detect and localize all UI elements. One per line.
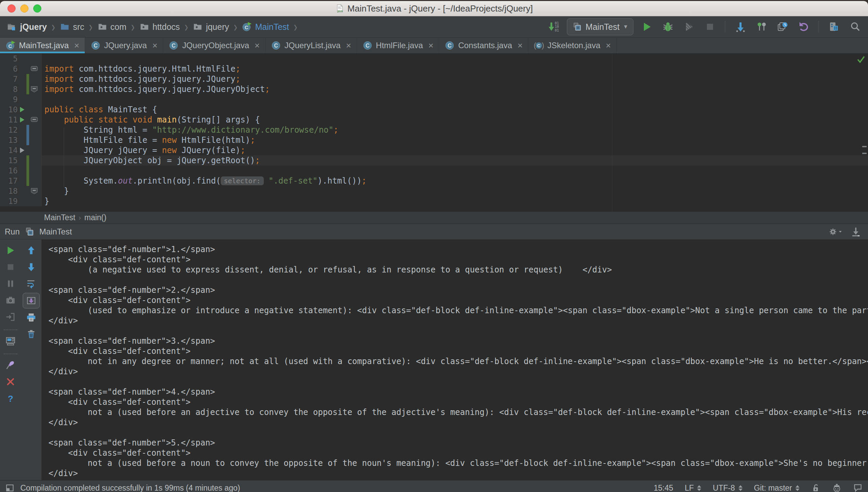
editor-gutter[interactable]: 12 xyxy=(0,125,42,135)
project-structure-button[interactable] xyxy=(827,20,842,34)
editor-gutter[interactable]: 13 xyxy=(0,135,42,145)
code-line-6[interactable]: 6import com.httdocs.jquery.Html.HtmlFile… xyxy=(0,64,868,74)
tab-maintest[interactable]: CMainTest.java× xyxy=(0,38,85,53)
fold-marker-icon[interactable] xyxy=(31,66,38,72)
run-line-marker-icon[interactable] xyxy=(19,116,25,123)
scroll-to-end-toggle[interactable] xyxy=(23,293,40,308)
breadcrumb-class[interactable]: MainTest xyxy=(44,213,75,222)
debug-button[interactable] xyxy=(660,20,675,34)
settings-gear-icon[interactable] xyxy=(829,225,844,239)
next-occurrence-button[interactable] xyxy=(23,260,39,275)
vcs-update-button[interactable] xyxy=(733,20,748,34)
close-tab-icon[interactable]: × xyxy=(255,41,260,50)
editor-gutter[interactable]: 9 xyxy=(0,94,42,105)
stop-button[interactable] xyxy=(703,20,717,34)
hide-panel-icon[interactable] xyxy=(848,225,863,239)
fold-marker-icon[interactable] xyxy=(31,188,38,194)
run-console-output[interactable]: <span class="def-number">1.</span> <div … xyxy=(42,240,868,480)
tab-constants[interactable]: CConstants.java× xyxy=(439,38,528,53)
close-tab-icon[interactable]: × xyxy=(152,41,157,50)
toolwindow-toggle-icon[interactable] xyxy=(5,484,14,492)
editor-gutter[interactable]: 5 xyxy=(0,54,42,64)
breadcrumb-method[interactable]: main() xyxy=(84,213,106,222)
clear-all-button[interactable] xyxy=(23,327,39,342)
code-line-8[interactable]: 8import com.httdocs.jquery.jquery.JQuery… xyxy=(0,84,868,94)
event-log-bubble-icon[interactable] xyxy=(853,483,863,492)
editor-gutter[interactable]: 17 xyxy=(0,176,42,186)
vcs-branch-widget[interactable]: Git: master xyxy=(754,484,800,492)
help-button[interactable]: ? xyxy=(2,391,19,406)
editor-gutter[interactable]: 19 xyxy=(0,196,42,206)
zoom-window-button[interactable] xyxy=(33,4,41,13)
tab-jquery[interactable]: CJQuery.java× xyxy=(85,38,163,53)
code-line-17[interactable]: 17 System.out.println(obj.find(selector:… xyxy=(0,176,868,186)
code-line-7[interactable]: 7import com.httdocs.jquery.jquery.JQuery… xyxy=(0,74,868,84)
hector-inspections-icon[interactable] xyxy=(832,483,842,492)
close-tab-icon[interactable]: × xyxy=(346,41,351,50)
thread-dump-button[interactable] xyxy=(2,293,19,308)
nav-breadcrumb-httdocs[interactable]: httdocs xyxy=(138,22,181,32)
rerun-button[interactable] xyxy=(2,243,19,258)
code-line-16[interactable]: 16 xyxy=(0,166,868,176)
tab-jqueryobject[interactable]: CJQueryObject.java× xyxy=(163,38,265,53)
editor-gutter[interactable]: 15 xyxy=(0,155,42,166)
code-line-14[interactable]: 14 JQuery jQuery = new JQuery(file); xyxy=(0,145,868,155)
tab-jskeleton[interactable]: (C)JSkeleton.java× xyxy=(528,38,616,53)
run-configuration-selector[interactable]: MainTest▼ xyxy=(567,18,633,35)
run-with-coverage-button[interactable] xyxy=(682,20,696,34)
code-line-9[interactable]: 9 xyxy=(0,94,868,105)
editor-gutter[interactable]: 8 xyxy=(0,84,42,94)
vcs-commit-button[interactable] xyxy=(754,20,769,34)
nav-breadcrumb-maintest[interactable]: CMainTest xyxy=(240,22,290,32)
fold-marker-icon[interactable] xyxy=(31,86,38,93)
rollback-button[interactable] xyxy=(796,20,811,34)
error-stripe-mark[interactable] xyxy=(862,146,867,147)
close-tab-icon[interactable]: × xyxy=(428,41,433,50)
run-button[interactable] xyxy=(639,20,654,34)
editor-gutter[interactable]: 16 xyxy=(0,166,42,176)
vcs-changes-button[interactable] xyxy=(775,20,790,34)
editor-gutter[interactable]: 6 xyxy=(0,64,42,74)
error-stripe-mark[interactable] xyxy=(862,153,867,154)
fold-marker-icon[interactable] xyxy=(31,117,38,123)
code-line-10[interactable]: 10public class MainTest { xyxy=(0,105,868,115)
vcs-incoming[interactable]: 011001 xyxy=(546,20,561,34)
exit-button[interactable] xyxy=(2,309,19,324)
code-line-5[interactable]: 5 xyxy=(0,54,868,64)
pause-output-button[interactable] xyxy=(2,276,19,291)
code-line-13[interactable]: 13 HtmlFile file = new HtmlFile(html); xyxy=(0,135,868,145)
code-editor[interactable]: 56import com.httdocs.jquery.Html.HtmlFil… xyxy=(0,54,868,211)
lock-icon[interactable] xyxy=(811,483,821,492)
encoding-widget[interactable]: UTF-8 xyxy=(713,484,742,492)
minimize-window-button[interactable] xyxy=(20,4,28,13)
nav-breadcrumb-src[interactable]: src xyxy=(58,22,85,32)
code-line-19[interactable]: 19} xyxy=(0,196,868,206)
print-button[interactable] xyxy=(23,310,39,325)
nav-breadcrumb-jquery[interactable]: jQuery xyxy=(5,22,48,32)
close-window-button[interactable] xyxy=(7,4,16,13)
soft-wrap-toggle[interactable] xyxy=(23,276,39,291)
pin-tab-button[interactable] xyxy=(2,358,19,373)
close-tab-icon[interactable]: × xyxy=(517,41,522,50)
prev-occurrence-button[interactable] xyxy=(23,243,39,258)
show-console-button[interactable] xyxy=(2,334,19,348)
code-line-15[interactable]: 15 JQueryObject obj = jQuery.getRoot(); xyxy=(0,155,868,166)
run-line-marker-icon[interactable] xyxy=(19,147,25,154)
line-ending-widget[interactable]: LF xyxy=(685,484,702,492)
editor-gutter[interactable]: 14 xyxy=(0,145,42,155)
inspections-ok-icon[interactable] xyxy=(856,55,865,64)
close-panel-button[interactable] xyxy=(2,374,19,389)
editor-gutter[interactable]: 10 xyxy=(0,105,42,115)
tab-jquerylist[interactable]: CJQueryList.java× xyxy=(265,38,357,53)
stop-button[interactable] xyxy=(2,260,19,275)
close-tab-icon[interactable]: × xyxy=(74,41,79,50)
editor-gutter[interactable]: 18 xyxy=(0,186,42,196)
search-everywhere-button[interactable] xyxy=(848,20,863,34)
tab-htmlfile[interactable]: CHtmlFile.java× xyxy=(357,38,439,53)
run-line-marker-icon[interactable] xyxy=(19,106,25,113)
code-line-11[interactable]: 11 public static void main(String[] args… xyxy=(0,115,868,125)
code-line-12[interactable]: 12 String html = "http://www.dictionary.… xyxy=(0,125,868,135)
nav-breadcrumb-jquery[interactable]: jquery xyxy=(191,22,230,32)
editor-gutter[interactable]: 7 xyxy=(0,74,42,84)
nav-breadcrumb-com[interactable]: com xyxy=(96,22,128,32)
